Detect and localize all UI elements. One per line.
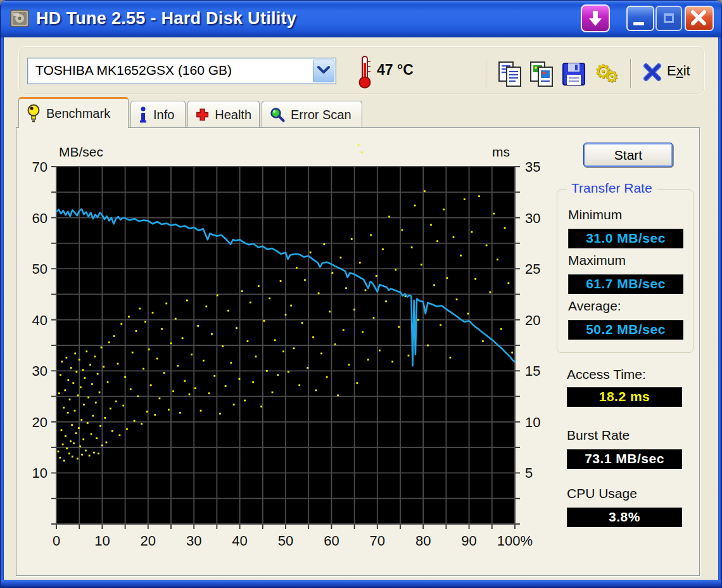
window-frame-bottom bbox=[1, 580, 721, 587]
maximum-label: Maximum bbox=[568, 253, 626, 268]
svg-text:70: 70 bbox=[370, 533, 385, 549]
burst-rate-value: 73.1 MB/sec bbox=[567, 449, 682, 469]
svg-text:70: 70 bbox=[32, 159, 48, 175]
gear-icon-small: ⚙ bbox=[605, 68, 619, 86]
drive-select-value: TOSHIBA MK1652GSX (160 GB) bbox=[35, 63, 232, 78]
svg-text:50: 50 bbox=[32, 261, 48, 277]
combo-dropdown-button[interactable] bbox=[313, 60, 334, 82]
svg-text:60: 60 bbox=[324, 533, 339, 549]
tab-info[interactable]: Info bbox=[130, 101, 186, 128]
tab-error-scan[interactable]: Error Scan bbox=[262, 101, 362, 128]
drive-select-combobox[interactable]: TOSHIBA MK1652GSX (160 GB) bbox=[27, 58, 336, 84]
exit-label: Exit bbox=[667, 63, 690, 79]
svg-text:0: 0 bbox=[53, 533, 60, 549]
download-arrow-icon bbox=[586, 10, 604, 27]
average-label: Average: bbox=[568, 298, 621, 314]
copy-image-button[interactable] bbox=[529, 60, 555, 89]
minimum-value: 31.0 MB/sec bbox=[568, 229, 683, 248]
tab-benchmark-label: Benchmark bbox=[46, 106, 110, 121]
svg-text:40: 40 bbox=[232, 533, 247, 549]
cpu-usage-label: CPU Usage bbox=[567, 486, 637, 501]
svg-text:5: 5 bbox=[525, 465, 533, 481]
maximize-icon bbox=[664, 13, 674, 23]
temperature-value: 47 °C bbox=[377, 61, 414, 79]
window-frame-right bbox=[718, 37, 721, 580]
svg-text:15: 15 bbox=[525, 363, 540, 379]
lightbulb-icon bbox=[27, 103, 41, 124]
window-title: HD Tune 2.55 - Hard Disk Utility bbox=[36, 9, 296, 29]
svg-text:25: 25 bbox=[525, 261, 540, 277]
svg-text:40: 40 bbox=[32, 312, 48, 328]
app-window: HD Tune 2.55 - Hard Disk Utility TOSHIBA… bbox=[0, 0, 722, 588]
magnifier-icon bbox=[270, 107, 285, 122]
access-time-value: 18.2 ms bbox=[567, 387, 682, 407]
tab-info-label: Info bbox=[153, 108, 174, 122]
svg-text:80: 80 bbox=[415, 533, 431, 549]
svg-text:10: 10 bbox=[525, 414, 540, 430]
minimize-button[interactable] bbox=[626, 6, 654, 31]
svg-text:20: 20 bbox=[141, 533, 156, 549]
window-frame-left bbox=[1, 37, 4, 580]
burst-rate-label: Burst Rate bbox=[567, 428, 630, 443]
cpu-usage-value: 3.8% bbox=[567, 508, 682, 527]
download-button[interactable] bbox=[581, 4, 610, 32]
svg-text:90: 90 bbox=[461, 533, 476, 549]
svg-text:30: 30 bbox=[186, 533, 201, 549]
svg-text:100%: 100% bbox=[497, 533, 533, 549]
app-icon bbox=[9, 8, 32, 32]
toolbar-separator bbox=[486, 59, 486, 88]
svg-text:20: 20 bbox=[525, 312, 540, 328]
tab-error-scan-label: Error Scan bbox=[291, 108, 352, 122]
tab-benchmark[interactable]: Benchmark bbox=[18, 97, 129, 128]
svg-text:10: 10 bbox=[32, 465, 48, 481]
svg-text:60: 60 bbox=[32, 210, 48, 226]
minimum-label: Minimum bbox=[568, 207, 622, 222]
maximize-button[interactable] bbox=[656, 6, 682, 31]
exit-x-icon bbox=[643, 63, 662, 82]
svg-text:10: 10 bbox=[94, 533, 110, 549]
maximum-value: 61.7 MB/sec bbox=[568, 274, 683, 294]
benchmark-chart-svg: MB/secms70605040302010353025201510501020… bbox=[16, 127, 558, 571]
transfer-rate-group-label: Transfer Rate bbox=[567, 181, 657, 196]
svg-text:30: 30 bbox=[32, 363, 48, 379]
close-icon bbox=[689, 10, 708, 27]
toolbar-separator-2 bbox=[630, 59, 631, 88]
save-button[interactable] bbox=[560, 60, 587, 89]
average-value: 50.2 MB/sec bbox=[568, 320, 683, 340]
chevron-down-icon bbox=[317, 65, 331, 78]
titlebar[interactable]: HD Tune 2.55 - Hard Disk Utility bbox=[1, 1, 721, 37]
tab-health-label: Health bbox=[215, 108, 251, 122]
thermometer-icon bbox=[357, 54, 372, 89]
svg-text:MB/sec: MB/sec bbox=[59, 144, 103, 159]
info-icon bbox=[139, 106, 148, 123]
svg-text:20: 20 bbox=[32, 414, 48, 430]
health-cross-icon bbox=[196, 107, 209, 122]
svg-text:ms: ms bbox=[492, 144, 510, 159]
svg-text:35: 35 bbox=[525, 159, 540, 175]
close-button[interactable] bbox=[685, 6, 714, 31]
svg-text:30: 30 bbox=[525, 210, 540, 226]
tab-health[interactable]: Health bbox=[187, 101, 260, 128]
minimize-icon bbox=[633, 22, 644, 25]
options-gears-button[interactable]: ⚙ ⚙ bbox=[595, 60, 621, 89]
copy-text-button[interactable] bbox=[497, 60, 524, 89]
svg-text:50: 50 bbox=[278, 533, 293, 549]
access-time-label: Access Time: bbox=[567, 367, 646, 382]
start-button[interactable]: Start bbox=[583, 143, 673, 167]
